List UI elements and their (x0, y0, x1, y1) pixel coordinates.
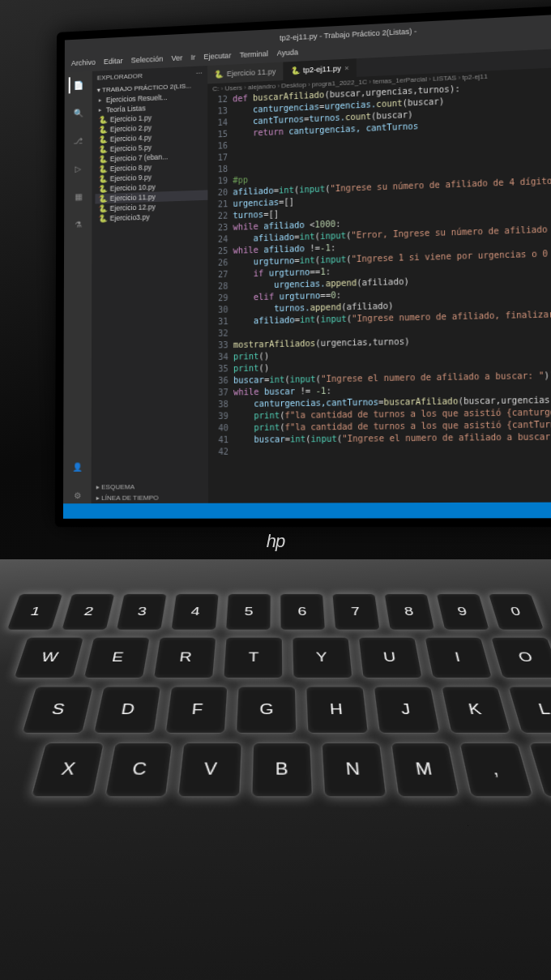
menu-ejecutar[interactable]: Ejecutar (203, 51, 231, 64)
menu-ayuda[interactable]: Ayuda (277, 48, 299, 61)
breadcrumb-segment[interactable]: temas_1erParcial (373, 75, 427, 85)
keyboard-key: 1 (6, 593, 63, 630)
breadcrumb-segment[interactable]: tp2-ej11 (462, 72, 488, 81)
keyboard-key: 8 (384, 593, 436, 630)
extensions-icon[interactable]: ▦ (70, 188, 86, 205)
keyboard-key: N (321, 742, 387, 798)
python-file-icon: 🐍 (99, 155, 108, 164)
file-label: Ejercicio 10.py (110, 182, 156, 192)
keyboard-key: 2 (61, 593, 115, 630)
laptop-screen: tp2-ej11.py - Trabajo Práctico 2(Listas)… (55, 1, 551, 527)
python-file-icon: 🐍 (99, 116, 108, 125)
python-file-icon: 🐍 (99, 145, 108, 154)
breadcrumb-segment[interactable]: Users (224, 84, 242, 92)
python-file-icon: 🐍 (98, 214, 107, 223)
keyboard-key: Y (292, 637, 353, 678)
python-file-icon: 🐍 (99, 185, 108, 194)
keyboard-key: 6 (280, 593, 326, 630)
keyboard-key: T (223, 637, 283, 678)
sidebar-explorer: EXPLORADOR ⋯ ▾ TRABAJO PRÁCTICO 2(LIS...… (92, 66, 208, 503)
file-label: Ejercicio 4.py (110, 134, 152, 143)
settings-gear-icon[interactable]: ⚙ (69, 486, 85, 503)
window-title: tp2-ej11.py - Trabajo Práctico 2(Listas)… (280, 27, 416, 42)
keyboard-key: F (164, 686, 229, 734)
python-file-icon: 🐍 (99, 174, 108, 183)
testing-icon[interactable]: ⚗ (70, 216, 86, 233)
keyboard-key: G (236, 686, 297, 734)
keyboard-key: E (83, 637, 151, 678)
keyboard-key: 3 (116, 593, 168, 630)
code-lines[interactable]: def buscarAfiliado(buscar,urgencias,turn… (233, 75, 551, 503)
keyboard-key: M (390, 742, 459, 798)
tab-label: tp2-ej11.py (303, 64, 341, 75)
keyboard-key: C (104, 742, 173, 798)
file-label: Ejercicio 12.py (110, 203, 156, 212)
menu-ver[interactable]: Ver (172, 53, 183, 66)
menu-terminal[interactable]: Terminal (240, 49, 268, 62)
laptop-keyboard: 1234567890WERTYUIOSDFGHJKLXCVBNM,. (0, 559, 551, 980)
python-file-icon: 🐍 (98, 204, 107, 213)
search-icon[interactable]: 🔍 (70, 105, 87, 122)
hp-logo: hp (267, 531, 284, 552)
menu-editar[interactable]: Editar (104, 57, 123, 69)
keyboard-key: . (528, 742, 551, 798)
keyboard-key: S (21, 686, 93, 734)
keyboard-key: W (13, 637, 84, 678)
source-control-icon[interactable]: ⎇ (70, 132, 86, 149)
file-label: Ejercicio 5.py (110, 143, 152, 153)
menu-archivo[interactable]: Archivo (71, 58, 96, 71)
outline-section[interactable]: ▸ ESQUEMA (92, 481, 208, 492)
keyboard-key: 9 (436, 593, 490, 630)
python-file-icon: 🐍 (99, 165, 108, 173)
activity-bar: 📄 🔍 ⎇ ▷ ▦ ⚗ 👤 ⚙ (63, 71, 92, 503)
file-label: Ejercicio 9.py (110, 173, 152, 182)
keyboard-key: 4 (170, 593, 219, 630)
close-icon[interactable]: × (344, 64, 349, 73)
explorer-icon[interactable]: 📄 (69, 76, 85, 93)
python-file-icon: 🐍 (290, 66, 300, 75)
keyboard-key: H (305, 686, 369, 734)
timeline-section[interactable]: ▸ LÍNEA DE TIEMPO (92, 492, 208, 503)
explorer-title: EXPLORADOR (97, 72, 143, 82)
file-label: Ejercicio 11.py (110, 193, 156, 203)
keyboard-key: D (92, 686, 160, 734)
keyboard-key: B (250, 742, 313, 798)
python-file-icon: 🐍 (99, 135, 108, 144)
keyboard-key: O (490, 637, 551, 678)
keyboard-key: 5 (225, 593, 271, 630)
keyboard-key: K (440, 686, 511, 734)
tab-label: Ejercicio 11.py (227, 67, 276, 78)
line-gutter: 12 13 14 15 16 17 18 19 20 21 22 23 24 2… (207, 93, 233, 503)
debug-icon[interactable]: ▷ (70, 160, 86, 177)
breadcrumb-segment[interactable]: progra1_2022_1C (312, 78, 367, 88)
breadcrumb-segment[interactable]: Desktop (281, 81, 306, 90)
keyboard-key: X (31, 742, 105, 798)
python-file-icon: 🐍 (214, 70, 223, 79)
keyboard-key: V (177, 742, 242, 798)
keyboard-key: 7 (331, 593, 380, 630)
menu-selección[interactable]: Selección (131, 54, 164, 67)
keyboard-key: R (153, 637, 217, 678)
explorer-more-icon[interactable]: ⋯ (196, 69, 203, 77)
vscode-window: tp2-ej11.py - Trabajo Práctico 2(Listas)… (63, 10, 551, 519)
menu-ir[interactable]: Ir (191, 53, 196, 65)
file-label: Ejercicio 2.py (110, 123, 152, 133)
accounts-icon[interactable]: 👤 (69, 458, 85, 475)
breadcrumb-segment[interactable]: LISTAS (433, 74, 456, 83)
keyboard-key: J (373, 686, 440, 734)
python-file-icon: 🐍 (99, 126, 108, 135)
file-label: Ejercicio3.py (110, 213, 150, 223)
code-editor[interactable]: 12 13 14 15 16 17 18 19 20 21 22 23 24 2… (207, 75, 551, 503)
breadcrumb-segment[interactable]: C: (212, 85, 219, 93)
status-bar[interactable]: Lín. 18, co (63, 502, 551, 519)
breadcrumb-segment[interactable]: alejandro (248, 83, 276, 92)
keyboard-key: U (358, 637, 423, 678)
keyboard-key: 0 (488, 593, 545, 630)
keyboard-key: I (424, 637, 493, 678)
python-file-icon: 🐍 (98, 195, 107, 203)
keyboard-key: L (508, 686, 551, 734)
editor-area: 🐍Ejercicio 11.py🐍tp2-ej11.py × C:›Users›… (207, 45, 551, 503)
file-label: Ejercicio 8.py (110, 163, 152, 173)
keyboard-key: , (459, 742, 533, 798)
